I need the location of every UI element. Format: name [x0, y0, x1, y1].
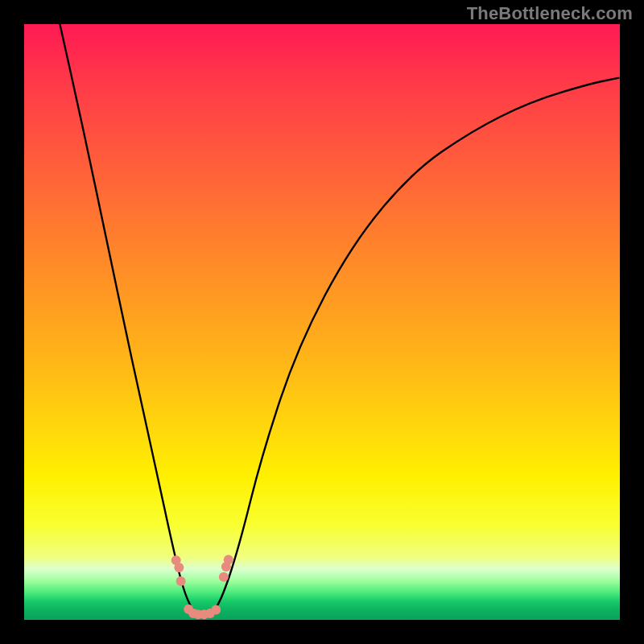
bead-dot	[176, 576, 186, 586]
plot-area	[24, 24, 620, 620]
bead-dot	[224, 555, 233, 564]
watermark-text: TheBottleneck.com	[467, 3, 633, 24]
trough-beads	[171, 555, 233, 619]
chart-frame: TheBottleneck.com	[0, 0, 644, 644]
bead-dot	[219, 572, 229, 582]
bead-dot	[174, 563, 184, 572]
bead-dot	[211, 605, 221, 614]
bottleneck-curve	[60, 24, 620, 617]
bottleneck-curve-layer	[24, 24, 620, 620]
